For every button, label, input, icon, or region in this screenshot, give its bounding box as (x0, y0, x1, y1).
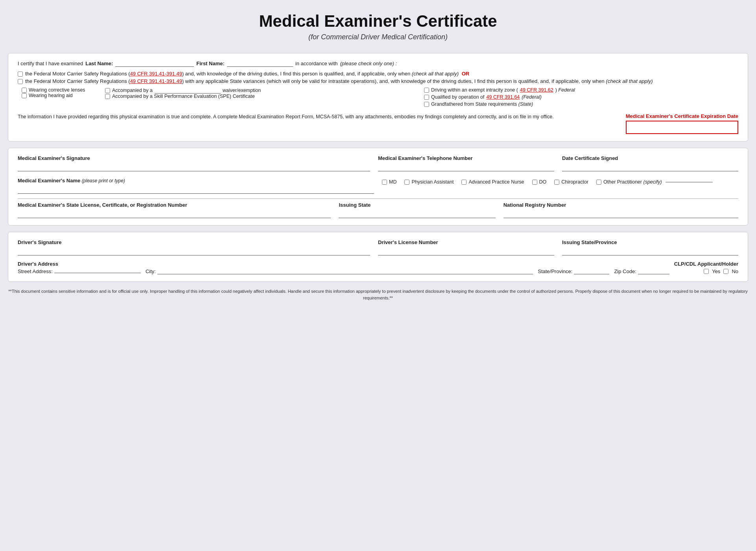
page-subtitle: (for Commercial Driver Medical Certifica… (8, 33, 748, 41)
spe-checkbox[interactable] (105, 94, 110, 99)
conditions-col2: Accompanied by a waiver/exemption Accomp… (105, 87, 419, 107)
expiration-section: The information I have provided regardin… (18, 113, 738, 134)
cdl-yes-checkbox[interactable] (704, 269, 709, 274)
state-prov-label: State/Province: (538, 268, 572, 274)
cred-physician-assistant: Physician Assistant (404, 179, 454, 185)
cred-other-checkbox[interactable] (596, 180, 601, 185)
waiver-field[interactable] (155, 87, 221, 94)
cfr-link-1[interactable]: 49 CFR 391.41-391.49 (130, 71, 182, 77)
cred-chiro: Chiropractor (554, 179, 588, 185)
last-name-input[interactable] (115, 61, 194, 67)
corrective-lenses-checkbox[interactable] (22, 88, 27, 93)
cdl-no-label: No (732, 268, 738, 274)
grandfathered-checkbox[interactable] (424, 102, 429, 107)
cred-pa-checkbox[interactable] (404, 180, 409, 185)
examiner-tel-label: Medical Examiner's Telephone Number (378, 155, 554, 161)
driver-addr-label: Driver's Address (18, 261, 141, 267)
street-label: Street Address: (18, 268, 53, 274)
condition-accompanied-waiver: Accompanied by a waiver/exemption (105, 87, 419, 94)
registry-label: National Registry Number (503, 202, 738, 208)
driver-state-line (562, 247, 738, 255)
cdl-no-checkbox[interactable] (723, 269, 728, 274)
examiner-sig-block: Medical Examiner's Signature (18, 155, 370, 171)
credential-block: MD Physician Assistant Advanced Practice… (382, 178, 738, 185)
examiner-tel-line (378, 163, 554, 171)
certify-intro: I certify that I have examined (18, 61, 83, 66)
examiner-date-line (562, 163, 738, 171)
please-check-text: (please check only one) : (340, 61, 397, 66)
driver-row2: Driver's Address Street Address: City: S… (18, 261, 738, 274)
cfr-391-62[interactable]: 49 CFR 391.62 (520, 87, 553, 93)
examiner-date-block: Date Certificate Signed (562, 155, 738, 171)
cfr-391-64[interactable]: 49 CFR 391.64 (487, 94, 520, 100)
cred-chiro-checkbox[interactable] (554, 180, 559, 185)
conditions-col3: Driving within an exempt intracity zone … (424, 87, 738, 107)
cdl-yes-label: Yes (712, 268, 720, 274)
cred-do-checkbox[interactable] (532, 180, 537, 185)
expiration-body: The information I have provided regardin… (18, 113, 618, 121)
option1-row: the Federal Motor Carrier Safety Regulat… (18, 71, 738, 77)
disclaimer: **This document contains sensitive infor… (8, 288, 748, 301)
zip-label: Zip Code: (614, 268, 636, 274)
driver-sig-label: Driver's Signature (18, 239, 370, 245)
conditions-grid: Wearing corrective lenses Wearing hearin… (22, 87, 738, 107)
driver-card: Driver's Signature Driver's License Numb… (8, 232, 748, 282)
option2-text: the Federal Motor Carrier Safety Regulat… (25, 78, 653, 84)
driver-addr-label-block: Driver's Address Street Address: (18, 261, 141, 274)
city-label: City: (146, 268, 156, 274)
condition-qualified-operation: Qualified by operation of 49 CFR 391.64 … (424, 94, 738, 100)
expiration-date-input[interactable] (626, 121, 738, 134)
registry-line (503, 209, 738, 218)
option1-text: the Federal Motor Carrier Safety Regulat… (25, 71, 469, 77)
expiration-wrapper: Medical Examiner's Certificate Expiratio… (626, 113, 738, 134)
cred-md: MD (382, 179, 396, 185)
state-prov-field (574, 274, 609, 274)
condition-hearing-aid: Wearing hearing aid (22, 93, 100, 98)
conditions-col1: Wearing corrective lenses Wearing hearin… (22, 87, 100, 107)
examiner-row1: Medical Examiner's Signature Medical Exa… (18, 155, 738, 171)
certification-card: I certify that I have examined Last Name… (8, 53, 748, 141)
cred-apn-checkbox[interactable] (461, 180, 467, 185)
exempt-zone-checkbox[interactable] (424, 88, 429, 93)
option2-row: the Federal Motor Carrier Safety Regulat… (18, 78, 738, 84)
first-name-label: First Name: (196, 61, 225, 66)
driver-state-label: Issuing State/Province (562, 239, 738, 245)
accompanied-waiver-checkbox[interactable] (105, 88, 110, 93)
condition-exempt-zone: Driving within an exempt intracity zone … (424, 87, 738, 93)
other-specify-field (666, 182, 713, 182)
hearing-aid-checkbox[interactable] (22, 93, 27, 98)
license-block: Medical Examiner's State License, Certif… (18, 202, 331, 218)
examiner-sig-label: Medical Examiner's Signature (18, 155, 370, 161)
condition-grandfathered: Grandfathered from State requirements (S… (424, 101, 738, 107)
cred-md-checkbox[interactable] (382, 180, 387, 185)
examiner-date-label: Date Certificate Signed (562, 155, 738, 161)
driver-lic-line (378, 247, 554, 255)
registry-block: National Registry Number (503, 202, 738, 218)
cdl-yes-no: Yes No (674, 268, 738, 274)
driver-sig-line (18, 247, 370, 255)
qualified-operation-checkbox[interactable] (424, 95, 429, 100)
condition-corrective-lenses: Wearing corrective lenses (22, 87, 100, 93)
cred-apn: Advanced Practice Nurse (461, 179, 524, 185)
option1-checkbox[interactable] (18, 72, 23, 77)
issuing-state-block: Issuing State (339, 202, 495, 218)
examiner-sig-line (18, 163, 370, 171)
examiner-row3: Medical Examiner's State License, Certif… (18, 198, 738, 218)
driver-state-block: Issuing State/Province (562, 239, 738, 255)
driver-sig-block: Driver's Signature (18, 239, 370, 255)
first-name-input[interactable] (227, 61, 293, 67)
option2-checkbox[interactable] (18, 79, 23, 84)
issuing-state-label: Issuing State (339, 202, 495, 208)
city-field (157, 274, 533, 274)
cfr-link-2[interactable]: 49 CFR 391.41-391.49 (130, 78, 182, 84)
examiner-name-line (18, 185, 374, 194)
driver-lic-block: Driver's License Number (378, 239, 554, 255)
certify-line: I certify that I have examined Last Name… (18, 61, 738, 67)
examiner-tel-block: Medical Examiner's Telephone Number (378, 155, 554, 171)
zip-field (638, 274, 669, 274)
last-name-label: Last Name: (85, 61, 113, 66)
issuing-state-line (339, 209, 495, 218)
driver-row1: Driver's Signature Driver's License Numb… (18, 239, 738, 255)
street-field (54, 273, 141, 273)
driver-lic-label: Driver's License Number (378, 239, 554, 245)
